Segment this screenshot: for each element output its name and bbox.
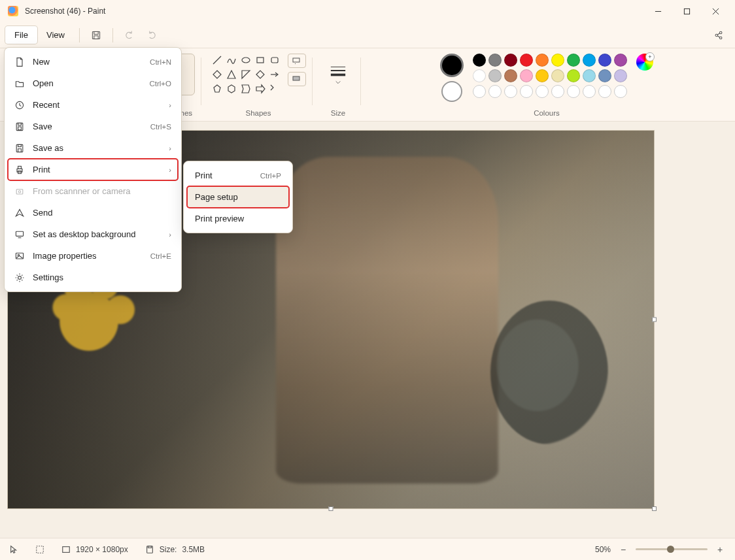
file-settings[interactable]: Settings — [8, 267, 178, 288]
file-tab[interactable]: File — [5, 26, 37, 44]
print-preview[interactable]: Print preview — [187, 208, 289, 229]
minimize-button[interactable] — [643, 1, 672, 21]
redo-button[interactable] — [141, 25, 163, 45]
zoom-thumb[interactable] — [667, 546, 674, 553]
file-size: Size: 3.5MB — [145, 545, 205, 554]
window-title: Screenshot (46) - Paint — [25, 7, 105, 16]
resize-handle-bottom[interactable] — [329, 506, 333, 511]
print-print[interactable]: Print Ctrl+P — [187, 165, 289, 186]
color-swatch[interactable] — [504, 54, 517, 67]
menu-label: Recent — [33, 100, 60, 110]
menu-label: Open — [33, 78, 54, 88]
color-2[interactable] — [441, 81, 462, 102]
shape-outline-dropdown[interactable] — [288, 54, 306, 68]
menu-divider — [79, 28, 80, 42]
color-swatch[interactable] — [598, 69, 611, 82]
svg-rect-39 — [18, 127, 22, 130]
undo-button[interactable] — [118, 25, 141, 45]
zoom-out-button[interactable]: − — [617, 544, 629, 555]
color-swatch[interactable] — [473, 54, 486, 67]
custom-color-slot[interactable] — [473, 85, 486, 98]
menu-label: Print — [195, 171, 213, 180]
color-swatch[interactable] — [551, 69, 564, 82]
svg-marker-22 — [213, 71, 221, 78]
image-handprint — [47, 274, 152, 392]
file-save-as[interactable]: Save as › — [8, 137, 178, 159]
menu-shortcut: Ctrl+P — [260, 172, 281, 180]
custom-color-slot[interactable] — [567, 85, 580, 98]
svg-marker-25 — [256, 71, 264, 78]
maximize-button[interactable] — [672, 1, 701, 21]
color-swatch[interactable] — [536, 54, 549, 67]
zoom-slider[interactable] — [636, 548, 708, 550]
size-picker[interactable] — [322, 54, 354, 95]
color-swatch[interactable] — [567, 54, 580, 67]
color-swatch[interactable] — [488, 54, 502, 67]
share-button[interactable] — [708, 25, 730, 45]
color-swatch[interactable] — [520, 69, 533, 82]
svg-rect-40 — [16, 144, 23, 152]
custom-color-slot[interactable] — [504, 85, 517, 98]
image-axe — [490, 301, 608, 444]
menu-bar: File View — [0, 22, 735, 48]
color-swatch[interactable] — [473, 69, 486, 82]
print-page-setup[interactable]: Page setup — [187, 186, 289, 208]
custom-color-slot[interactable] — [551, 85, 564, 98]
color-swatch[interactable] — [614, 54, 627, 67]
svg-line-10 — [717, 33, 720, 34]
file-new[interactable]: New Ctrl+N — [8, 51, 178, 73]
file-open[interactable]: Open Ctrl+O — [8, 73, 178, 94]
size-group: Size — [315, 52, 361, 120]
palette-row-1 — [473, 54, 627, 67]
custom-color-slot[interactable] — [598, 85, 611, 98]
svg-rect-43 — [18, 166, 22, 169]
resize-handle-corner[interactable] — [652, 506, 657, 511]
edit-colors-button[interactable] — [636, 54, 653, 71]
custom-color-slot[interactable] — [614, 85, 627, 98]
color-swatch[interactable] — [504, 69, 517, 82]
save-quick-button[interactable] — [85, 25, 107, 45]
svg-marker-30 — [256, 85, 265, 93]
shape-fill-dropdown[interactable] — [288, 72, 306, 86]
color-swatch[interactable] — [551, 54, 564, 67]
svg-marker-24 — [242, 71, 250, 78]
image-figure — [276, 157, 498, 484]
svg-rect-41 — [18, 144, 22, 146]
chevron-right-icon: › — [169, 101, 171, 109]
custom-color-slot[interactable] — [488, 85, 502, 98]
svg-point-19 — [242, 58, 250, 63]
menu-label: Image properties — [33, 251, 97, 261]
dimensions-text: 1920 × 1080px — [76, 545, 128, 554]
close-button[interactable] — [701, 1, 730, 21]
color-swatch[interactable] — [583, 54, 596, 67]
menu-label: Save — [33, 122, 52, 131]
color-swatch[interactable] — [488, 69, 502, 82]
svg-rect-6 — [94, 35, 98, 39]
color-1[interactable] — [440, 54, 464, 77]
color-swatch[interactable] — [614, 69, 627, 82]
file-recent[interactable]: Recent › — [8, 94, 178, 116]
file-image-properties[interactable]: Image properties Ctrl+E — [8, 245, 178, 267]
file-save[interactable]: Save Ctrl+S — [8, 116, 178, 137]
color-swatch[interactable] — [536, 69, 549, 82]
color-swatch[interactable] — [598, 54, 611, 67]
zoom-in-button[interactable]: + — [714, 544, 726, 555]
shapes-gallery[interactable] — [211, 54, 281, 95]
file-set-desktop[interactable]: Set as desktop background › — [8, 223, 178, 245]
svg-rect-47 — [16, 231, 23, 236]
resize-handle-right[interactable] — [652, 318, 657, 322]
file-print[interactable]: Print › — [8, 159, 178, 180]
custom-color-slot[interactable] — [583, 85, 596, 98]
color-swatch[interactable] — [567, 69, 580, 82]
svg-line-11 — [717, 35, 720, 37]
color-swatch[interactable] — [583, 69, 596, 82]
chevron-right-icon: › — [169, 166, 171, 174]
custom-color-slot[interactable] — [520, 85, 533, 98]
color-swatch[interactable] — [520, 54, 533, 67]
shapes-group: Shapes — [204, 52, 313, 120]
view-tab[interactable]: View — [37, 26, 74, 44]
file-send[interactable]: Send — [8, 202, 178, 223]
menu-label: Set as desktop background — [33, 229, 136, 239]
custom-color-slot[interactable] — [536, 85, 549, 98]
palette-row-2 — [473, 69, 627, 82]
